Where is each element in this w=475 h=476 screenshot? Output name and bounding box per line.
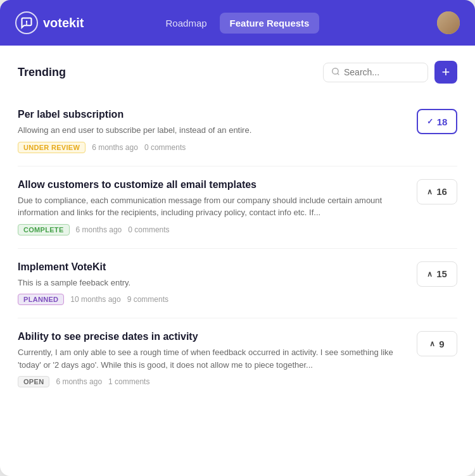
section-title: Trending (18, 66, 66, 79)
search-icon (331, 67, 340, 78)
vote-count: 15 (436, 268, 447, 279)
request-description: This is a sample feeback entry. (18, 277, 407, 289)
time-ago: 6 months ago (56, 377, 102, 386)
comments-count: 0 comments (144, 143, 186, 152)
toolbar-right: + (323, 61, 457, 84)
toolbar: Trending + (18, 61, 457, 84)
request-item: Allow customers to customize all email t… (18, 166, 457, 249)
request-title: Implement VoteKit (18, 261, 407, 273)
nav-feature-requests[interactable]: Feature Requests (220, 13, 320, 34)
svg-point-1 (332, 68, 338, 73)
request-meta: OPEN 6 months ago 1 comments (18, 376, 407, 387)
time-ago: 6 months ago (92, 143, 138, 152)
vote-icon: ∧ (427, 187, 433, 196)
logo[interactable]: votekit (15, 11, 127, 34)
vote-count: 18 (437, 116, 448, 127)
status-badge: OPEN (18, 376, 49, 387)
request-title: Ability to see precise dates in activity (18, 331, 407, 342)
request-meta: UNDER REVIEW 6 months ago 0 comments (18, 142, 407, 153)
vote-icon: ✓ (427, 117, 433, 126)
logo-icon (15, 11, 38, 34)
main-content: Trending + Per label subscription Allo (0, 46, 475, 415)
request-item: Implement VoteKit This is a sample feeba… (18, 249, 457, 319)
vote-button[interactable]: ✓ 18 (417, 109, 457, 134)
request-title: Allow customers to customize all email t… (18, 179, 407, 191)
requests-list: Per label subscription Allowing an end u… (18, 96, 457, 400)
request-content: Per label subscription Allowing an end u… (18, 109, 407, 153)
vote-count: 16 (436, 186, 447, 197)
request-content: Implement VoteKit This is a sample feeba… (18, 261, 407, 306)
request-meta: PLANNED 10 months ago 9 comments (18, 294, 407, 305)
request-title: Per label subscription (18, 109, 407, 120)
comments-count: 9 comments (127, 295, 168, 304)
request-description: Due to compliance, each communication me… (18, 194, 407, 219)
svg-line-2 (338, 73, 339, 75)
request-content: Ability to see precise dates in activity… (18, 331, 407, 387)
app-window: votekit Roadmap Feature Requests Trendin… (0, 0, 475, 476)
request-meta: COMPLETE 6 months ago 0 comments (18, 224, 407, 235)
main-nav: Roadmap Feature Requests (127, 13, 349, 34)
request-item: Ability to see precise dates in activity… (18, 318, 457, 400)
vote-icon: ∧ (429, 339, 435, 348)
time-ago: 6 months ago (76, 225, 122, 234)
request-content: Allow customers to customize all email t… (18, 179, 407, 235)
status-badge: COMPLETE (18, 224, 70, 235)
search-input[interactable] (344, 67, 420, 77)
time-ago: 10 months ago (70, 295, 120, 304)
comments-count: 0 comments (128, 225, 169, 234)
vote-button[interactable]: ∧ 15 (417, 261, 457, 287)
add-button[interactable]: + (434, 61, 457, 84)
vote-icon: ∧ (427, 270, 433, 279)
status-badge: UNDER REVIEW (18, 142, 86, 153)
vote-count: 9 (439, 339, 444, 349)
status-badge: PLANNED (18, 294, 64, 305)
request-item: Per label subscription Allowing an end u… (18, 96, 457, 166)
logo-text: votekit (43, 16, 84, 30)
avatar[interactable] (437, 11, 460, 34)
request-description: Currently, I am only able to see a rough… (18, 346, 407, 371)
search-box[interactable] (323, 63, 428, 82)
avatar-image (437, 11, 460, 34)
vote-button[interactable]: ∧ 9 (417, 331, 457, 356)
nav-roadmap[interactable]: Roadmap (156, 13, 217, 34)
request-description: Allowing an end user to subscribe per la… (18, 124, 407, 137)
header-right (349, 11, 460, 34)
vote-button[interactable]: ∧ 16 (417, 179, 457, 204)
header: votekit Roadmap Feature Requests (0, 0, 475, 46)
comments-count: 1 comments (108, 377, 149, 386)
